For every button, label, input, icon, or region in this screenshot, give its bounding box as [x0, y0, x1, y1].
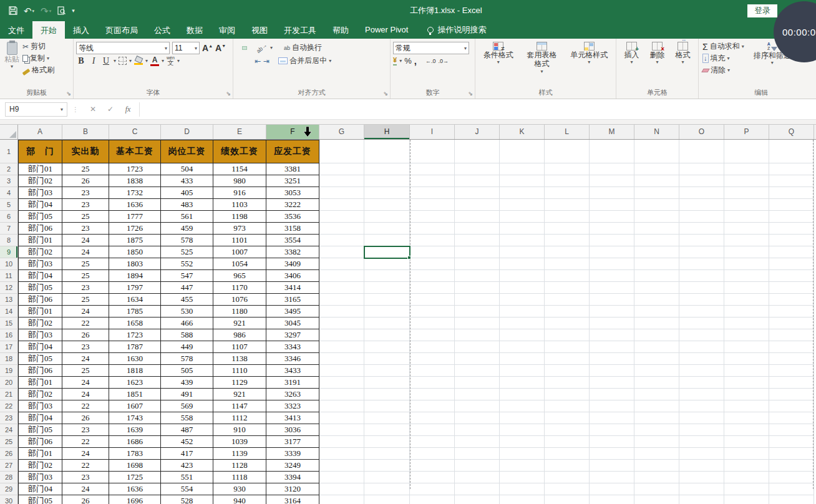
row-header-8[interactable]: 8 [0, 235, 18, 246]
paste-button[interactable]: 粘贴▾ [2, 41, 21, 76]
cell-Q29[interactable] [769, 483, 814, 495]
cell-P16[interactable] [724, 329, 769, 341]
clipboard-dialog-launcher-icon[interactable]: ⇘ [66, 90, 71, 97]
cell-L16[interactable] [545, 329, 590, 341]
cell-I7[interactable] [410, 223, 455, 235]
row-header-3[interactable]: 3 [0, 175, 18, 187]
cell-J30[interactable] [455, 495, 500, 504]
login-button[interactable]: 登录 [747, 4, 777, 17]
col-header-N[interactable]: N [634, 125, 679, 139]
cell-C2[interactable]: 1723 [109, 163, 161, 175]
cell-M7[interactable] [590, 223, 634, 235]
cell-O29[interactable] [679, 483, 724, 495]
cell-B18[interactable]: 24 [62, 353, 109, 365]
cell-I26[interactable] [410, 448, 455, 460]
cell-E24[interactable]: 910 [213, 424, 266, 436]
cell-D10[interactable]: 552 [161, 258, 213, 270]
cell-J21[interactable] [455, 389, 500, 400]
cell-Q16[interactable] [769, 329, 814, 341]
cell-N18[interactable] [634, 353, 679, 365]
cell-B7[interactable]: 23 [62, 223, 109, 235]
cell-O15[interactable] [679, 317, 724, 329]
cell-D9[interactable]: 525 [161, 246, 213, 258]
cell-C26[interactable]: 1783 [109, 448, 161, 460]
cell-Q17[interactable] [769, 341, 814, 353]
cell-B30[interactable]: 26 [62, 495, 109, 504]
cell-J1[interactable] [455, 140, 500, 163]
cell-D13[interactable]: 455 [161, 294, 213, 306]
cell-G8[interactable] [319, 235, 364, 246]
cell-K25[interactable] [500, 436, 545, 448]
col-header-G[interactable]: G [319, 125, 364, 139]
cell-I24[interactable] [410, 424, 455, 436]
cell-L17[interactable] [545, 341, 590, 353]
row-header-17[interactable]: 17 [0, 341, 18, 353]
cell-Q10[interactable] [769, 258, 814, 270]
cell-Q25[interactable] [769, 436, 814, 448]
cell-H18[interactable] [364, 353, 410, 365]
name-box[interactable]: H9▾ [5, 102, 67, 117]
cell-E25[interactable]: 1039 [213, 436, 266, 448]
col-header-L[interactable]: L [545, 125, 590, 139]
cell-N14[interactable] [634, 306, 679, 317]
cell-D18[interactable]: 578 [161, 353, 213, 365]
cell-K5[interactable] [500, 199, 545, 211]
cell-D26[interactable]: 417 [161, 448, 213, 460]
cell-I30[interactable] [410, 495, 455, 504]
cell-F1[interactable]: 应发工资 [266, 140, 319, 163]
row-header-6[interactable]: 6 [0, 211, 18, 223]
row-header-4[interactable]: 4 [0, 187, 18, 199]
cell-F6[interactable]: 3536 [266, 211, 319, 223]
cell-M2[interactable] [590, 163, 634, 175]
cell-N26[interactable] [634, 448, 679, 460]
cell-M16[interactable] [590, 329, 634, 341]
cell-C19[interactable]: 1818 [109, 365, 161, 377]
cell-E21[interactable]: 921 [213, 389, 266, 400]
cell-P12[interactable] [724, 282, 769, 294]
cell-C1[interactable]: 基本工资 [109, 140, 161, 163]
cell-H22[interactable] [364, 400, 410, 412]
cell-O5[interactable] [679, 199, 724, 211]
cell-P10[interactable] [724, 258, 769, 270]
cell-I17[interactable] [410, 341, 455, 353]
cell-H10[interactable] [364, 258, 410, 270]
borders-icon[interactable] [119, 57, 127, 65]
cell-F29[interactable]: 3120 [266, 483, 319, 495]
cell-O22[interactable] [679, 400, 724, 412]
cell-F30[interactable]: 3164 [266, 495, 319, 504]
cell-I29[interactable] [410, 483, 455, 495]
cell-F16[interactable]: 3297 [266, 329, 319, 341]
cell-M19[interactable] [590, 365, 634, 377]
cell-C21[interactable]: 1851 [109, 389, 161, 400]
cell-G25[interactable] [319, 436, 364, 448]
align-right-icon[interactable] [248, 60, 252, 62]
cell-B29[interactable]: 24 [62, 483, 109, 495]
cell-K26[interactable] [500, 448, 545, 460]
col-header-E[interactable]: E [213, 125, 266, 139]
cell-K30[interactable] [500, 495, 545, 504]
cell-H20[interactable] [364, 377, 410, 389]
cell-K24[interactable] [500, 424, 545, 436]
cell-N25[interactable] [634, 436, 679, 448]
cell-G27[interactable] [319, 460, 364, 472]
cell-L14[interactable] [545, 306, 590, 317]
cell-A7[interactable]: 部门06 [18, 223, 62, 235]
cell-G10[interactable] [319, 258, 364, 270]
cell-B19[interactable]: 25 [62, 365, 109, 377]
col-header-B[interactable]: B [62, 125, 109, 139]
cell-L19[interactable] [545, 365, 590, 377]
cell-N22[interactable] [634, 400, 679, 412]
cell-E10[interactable]: 1054 [213, 258, 266, 270]
cell-Q2[interactable] [769, 163, 814, 175]
cell-J2[interactable] [455, 163, 500, 175]
cell-Q20[interactable] [769, 377, 814, 389]
cell-K13[interactable] [500, 294, 545, 306]
row-header-26[interactable]: 26 [0, 448, 18, 460]
accounting-format-icon[interactable]: ¥ [393, 56, 397, 65]
row-header-12[interactable]: 12 [0, 282, 18, 294]
cell-J17[interactable] [455, 341, 500, 353]
cell-O23[interactable] [679, 412, 724, 424]
cell-P6[interactable] [724, 211, 769, 223]
cell-A8[interactable]: 部门01 [18, 235, 62, 246]
alignment-dialog-launcher-icon[interactable]: ⇘ [383, 90, 388, 97]
